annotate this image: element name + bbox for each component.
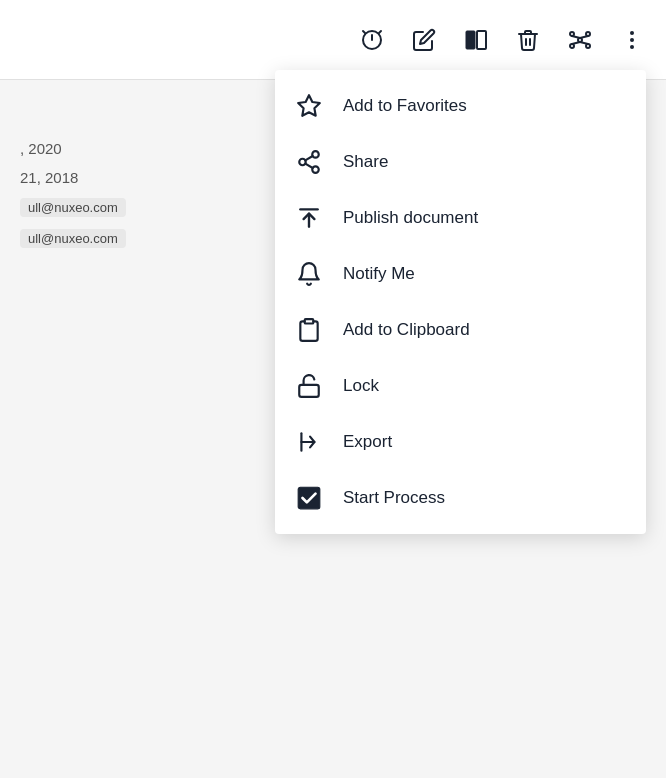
share-label: Share — [343, 152, 388, 172]
svg-rect-4 — [466, 31, 475, 49]
menu-item-export[interactable]: Export — [275, 414, 646, 470]
add-favorites-label: Add to Favorites — [343, 96, 467, 116]
timer-icon[interactable] — [358, 26, 386, 54]
svg-point-15 — [630, 31, 634, 35]
edit-icon[interactable] — [410, 26, 438, 54]
menu-item-lock[interactable]: Lock — [275, 358, 646, 414]
svg-line-23 — [305, 156, 312, 160]
svg-line-3 — [379, 31, 381, 33]
lock-label: Lock — [343, 376, 379, 396]
start-process-label: Start Process — [343, 488, 445, 508]
menu-item-publish[interactable]: Publish document — [275, 190, 646, 246]
svg-line-22 — [305, 164, 312, 168]
svg-point-16 — [630, 38, 634, 42]
toolbar — [0, 0, 666, 80]
network-icon[interactable] — [566, 26, 594, 54]
svg-rect-5 — [477, 31, 486, 49]
dropdown-menu: Add to Favorites Share Publish document — [275, 70, 646, 534]
svg-point-17 — [630, 45, 634, 49]
share-icon — [295, 148, 323, 176]
publish-label: Publish document — [343, 208, 478, 228]
bell-icon — [295, 260, 323, 288]
export-icon — [295, 428, 323, 456]
menu-item-clipboard[interactable]: Add to Clipboard — [275, 302, 646, 358]
clipboard-label: Add to Clipboard — [343, 320, 470, 340]
svg-line-14 — [580, 42, 588, 44]
trash-icon[interactable] — [514, 26, 542, 54]
svg-marker-18 — [298, 95, 320, 116]
clipboard-icon — [295, 316, 323, 344]
svg-line-11 — [572, 36, 580, 38]
export-label: Export — [343, 432, 392, 452]
publish-icon — [295, 204, 323, 232]
svg-line-13 — [572, 42, 580, 44]
svg-rect-27 — [299, 385, 319, 397]
star-icon — [295, 92, 323, 120]
menu-item-notify[interactable]: Notify Me — [275, 246, 646, 302]
menu-item-share[interactable]: Share — [275, 134, 646, 190]
more-icon[interactable] — [618, 26, 646, 54]
lock-icon — [295, 372, 323, 400]
menu-item-add-favorites[interactable]: Add to Favorites — [275, 78, 646, 134]
menu-item-start-process[interactable]: Start Process — [275, 470, 646, 526]
compare-icon[interactable] — [462, 26, 490, 54]
svg-line-12 — [580, 36, 588, 38]
svg-line-2 — [363, 31, 365, 33]
notify-label: Notify Me — [343, 264, 415, 284]
svg-rect-26 — [305, 319, 314, 323]
checkbox-checked-icon — [295, 484, 323, 512]
